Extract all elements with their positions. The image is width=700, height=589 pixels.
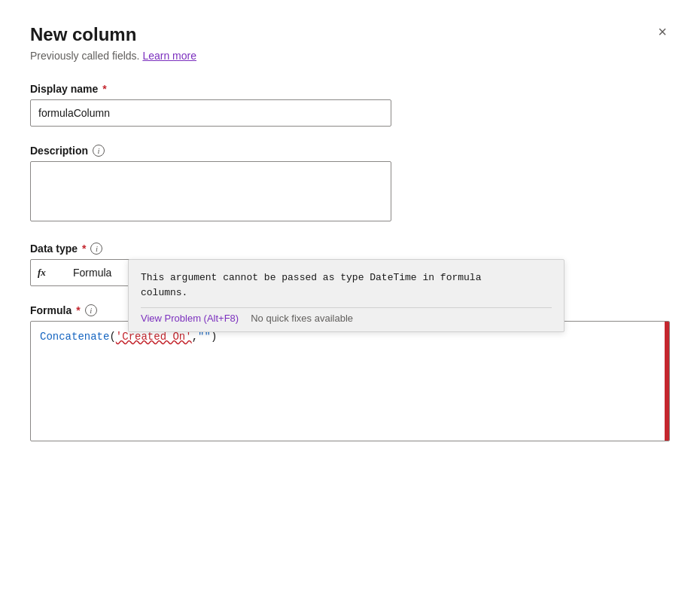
fx-icon: fx (38, 267, 46, 279)
formula-editor-inner: Concatenate('Created On',"") (31, 322, 669, 427)
formula-error-bar (665, 322, 669, 441)
data-type-value: Formula (73, 267, 111, 279)
display-name-label: Display name * (30, 83, 670, 95)
description-group: Description i (30, 145, 670, 224)
description-input[interactable] (30, 161, 391, 221)
description-label: Description i (30, 145, 670, 157)
view-problem-button[interactable]: View Problem (Alt+F8) (141, 313, 239, 324)
dialog-header: New column × (30, 24, 670, 45)
data-type-container: fx Formula This argument cannot be passe… (30, 259, 391, 286)
data-type-label: Data type * i (30, 243, 670, 255)
formula-func: Concatenate (40, 329, 109, 345)
display-name-group: Display name * (30, 83, 670, 127)
display-name-input[interactable] (30, 99, 391, 127)
description-info-icon[interactable]: i (93, 145, 105, 157)
tooltip-error-text: This argument cannot be passed as type D… (141, 270, 552, 300)
close-button[interactable]: × (655, 21, 670, 42)
data-type-info-icon[interactable]: i (90, 243, 102, 255)
dialog-title: New column (30, 24, 136, 45)
data-type-required: * (82, 243, 86, 255)
dialog-subtitle: Previously called fields. Learn more (30, 50, 670, 62)
new-column-dialog: New column × Previously called fields. L… (0, 0, 700, 589)
formula-editor[interactable]: Concatenate('Created On',"") (30, 321, 670, 441)
formula-info-icon[interactable]: i (85, 304, 97, 316)
error-tooltip: This argument cannot be passed as type D… (128, 259, 565, 332)
formula-open-paren: ( (109, 329, 115, 345)
data-type-wrapper: fx Formula This argument cannot be passe… (30, 259, 670, 286)
display-name-required: * (102, 83, 106, 95)
formula-required: * (76, 304, 80, 316)
data-type-group: Data type * i fx Formula This argument c… (30, 243, 670, 286)
tooltip-actions: View Problem (Alt+F8) No quick fixes ava… (141, 307, 552, 324)
learn-more-link[interactable]: Learn more (142, 50, 196, 62)
no-fixes-text: No quick fixes available (251, 313, 353, 324)
